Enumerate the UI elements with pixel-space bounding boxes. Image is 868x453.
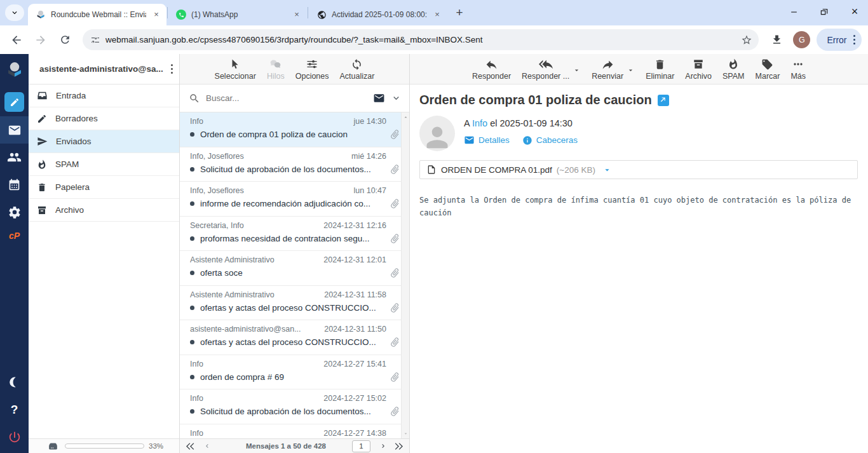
attachment-size: (~206 KB) [557, 165, 595, 175]
message-row[interactable]: Asistente Administrativo2024-12-31 12:01… [180, 251, 409, 286]
list-scrollbar[interactable] [401, 112, 409, 438]
tab-close-icon[interactable]: × [432, 10, 442, 20]
message-row[interactable]: asistente-administrativo@san...2024-12-3… [180, 320, 409, 355]
message-row[interactable]: Info, Josefloreslun 10:47 informe de rec… [180, 182, 409, 217]
search-options-chevron-icon[interactable] [391, 93, 402, 104]
reply-all-button[interactable]: Responder ... [522, 57, 569, 81]
folder-borradores[interactable]: Borradores [29, 107, 179, 130]
last-page-button[interactable] [395, 442, 403, 450]
message-status-dot[interactable] [190, 340, 194, 344]
app-rail: cP ? [0, 54, 29, 453]
open-in-new-window-icon[interactable] [658, 95, 669, 106]
message-row[interactable]: Info2024-12-27 15:41 orden de compra # 6… [180, 355, 409, 390]
forward-menu-caret[interactable] [627, 66, 635, 74]
window-close-button[interactable]: × [845, 3, 864, 20]
sliders-icon [306, 57, 318, 71]
attachment-menu-caret[interactable] [602, 165, 612, 175]
bookmark-star-icon[interactable] [741, 34, 752, 46]
details-toggle[interactable]: Detalles [464, 135, 510, 145]
rail-mail-button[interactable] [0, 116, 29, 144]
message-row[interactable]: Info2024-12-27 14:38 [180, 424, 409, 439]
message-status-dot[interactable] [190, 167, 194, 172]
folder-archivo[interactable]: Archivo [29, 199, 179, 222]
profile-avatar[interactable]: G [793, 31, 810, 48]
attachment-row[interactable]: ORDEN DE COMPRA 01.pdf (~206 KB) [419, 160, 858, 179]
rail-settings-button[interactable] [0, 198, 29, 226]
message-status-dot[interactable] [190, 375, 194, 379]
refresh-button[interactable]: Actualizar [340, 57, 375, 81]
paperclip-icon [390, 337, 400, 348]
folder-enviados[interactable]: Enviados [29, 130, 179, 153]
reply-button[interactable]: Responder [472, 57, 511, 81]
rail-calendar-button[interactable] [0, 171, 29, 198]
search-scope-button[interactable] [373, 92, 385, 104]
threads-button[interactable]: Hilos [267, 57, 285, 81]
message-status-dot[interactable] [190, 201, 194, 206]
message-status-dot[interactable] [190, 306, 194, 310]
message-row[interactable]: Info2024-12-27 15:02 Solicitud de aproba… [180, 389, 409, 424]
forward-button[interactable] [31, 30, 51, 50]
next-page-button[interactable] [379, 442, 387, 450]
message-status-dot[interactable] [190, 132, 194, 137]
browser-tab-strip: Roundcube Webmail :: Enviados × (1) What… [0, 0, 868, 25]
paperclip-icon [390, 267, 400, 278]
tab-actividad[interactable]: Actividad 2025-01-09 08:00:00 × [309, 4, 447, 25]
folder-spam[interactable]: SPAM [29, 153, 179, 176]
message-status-dot[interactable] [190, 409, 194, 414]
first-page-button[interactable] [186, 442, 194, 450]
tab-roundcube[interactable]: Roundcube Webmail :: Enviados × [28, 4, 166, 25]
folder-entrada[interactable]: Entrada [29, 85, 179, 107]
message-row[interactable]: Infojue 14:30 Orden de compra 01 poliza … [180, 112, 409, 147]
reload-button[interactable] [55, 30, 75, 50]
message-date: 2024-12-31 11:50 [324, 325, 400, 334]
select-button[interactable]: Seleccionar [215, 57, 256, 81]
tab-close-icon[interactable]: × [292, 10, 302, 20]
tab-whatsapp[interactable]: (1) WhatsApp × [168, 4, 307, 25]
mark-button[interactable]: Marcar [756, 57, 780, 81]
dark-mode-button[interactable] [0, 368, 29, 396]
browser-error-menu-button[interactable]: Error [817, 29, 862, 51]
compose-button[interactable] [4, 92, 24, 112]
message-status-dot[interactable] [190, 236, 194, 241]
message-row[interactable]: Info, Josefloresmié 14:26 Solicitud de a… [180, 147, 409, 182]
forward-button[interactable]: Reenviar [592, 57, 623, 81]
tab-search-button[interactable] [5, 4, 24, 21]
more-button[interactable]: Más [790, 57, 806, 81]
scroll-up-icon[interactable] [403, 114, 409, 120]
account-menu-button[interactable] [171, 64, 173, 74]
new-tab-button[interactable]: + [451, 4, 468, 21]
browser-menu-icon[interactable] [853, 35, 856, 45]
downloads-button[interactable] [766, 30, 787, 50]
site-settings-icon[interactable] [90, 35, 100, 45]
reply-all-menu-caret[interactable] [573, 66, 581, 74]
window-minimize-button[interactable] [784, 3, 803, 20]
folder-papelera[interactable]: Papelera [29, 176, 179, 199]
message-row[interactable]: Secretaria, Info2024-12-31 12:16 proform… [180, 217, 409, 252]
page-number-input[interactable] [352, 440, 370, 452]
cpanel-logo[interactable]: cP [0, 226, 29, 246]
message-subject: ofertas y actas del proceso CONSTRUCCIO.… [200, 303, 386, 313]
url-text[interactable]: webmail.sanjuan.gob.ec/cpsess4870690156/… [105, 35, 736, 44]
account-name: asistente-administrativo@sa... [39, 64, 171, 74]
search-bar [180, 85, 409, 112]
prev-page-button[interactable] [203, 442, 211, 450]
back-button[interactable] [6, 30, 27, 50]
headers-toggle[interactable]: Cabeceras [522, 135, 578, 145]
message-row[interactable]: Asistente Administrativo2024-12-31 11:58… [180, 286, 409, 321]
spam-button[interactable]: SPAM [722, 57, 745, 81]
tab-close-icon[interactable]: × [151, 10, 161, 20]
search-input[interactable] [206, 93, 367, 103]
delete-button[interactable]: Eliminar [646, 57, 674, 81]
archive-button[interactable]: Archivo [685, 57, 712, 81]
message-view: Orden de compra 01 poliza de caucion A I… [410, 85, 868, 453]
attachment-name[interactable]: ORDEN DE COMPRA 01.pdf [441, 165, 552, 175]
scroll-down-icon[interactable] [403, 431, 409, 436]
recipient-link[interactable]: Info [472, 118, 487, 128]
logout-button[interactable] [0, 423, 29, 450]
options-button[interactable]: Opciones [295, 57, 329, 81]
window-restore-button[interactable] [815, 3, 834, 20]
message-status-dot[interactable] [190, 271, 194, 275]
address-bar[interactable]: webmail.sanjuan.gob.ec/cpsess4870690156/… [83, 29, 759, 50]
help-button[interactable]: ? [0, 396, 29, 423]
rail-contacts-button[interactable] [0, 144, 29, 171]
